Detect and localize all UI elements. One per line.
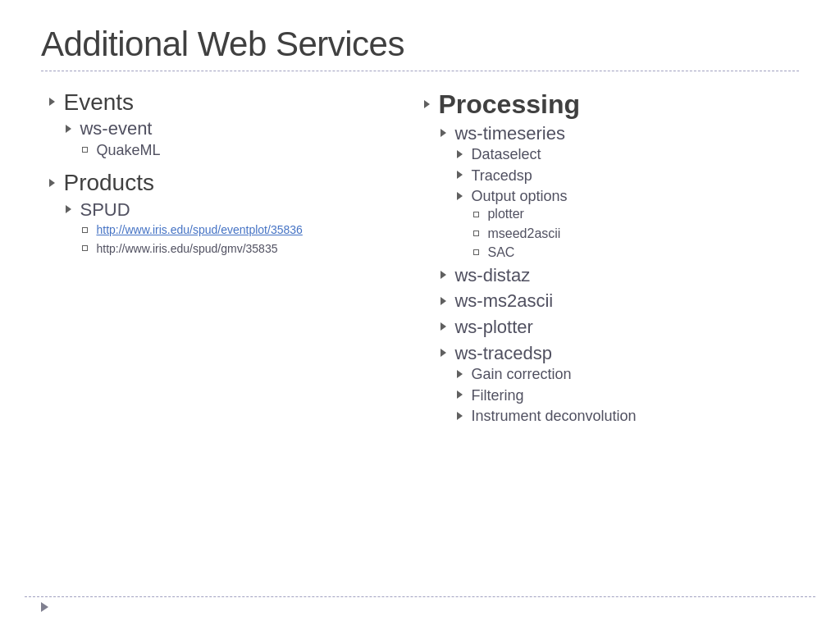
list-item: Instrument deconvolution xyxy=(457,407,799,426)
list-item: ws-tracedsp Gain correction Filtering xyxy=(441,342,799,427)
left-list: Events ws-event QuakeML xyxy=(49,88,424,258)
level2-list: ws-timeseries Dataselect Tracedsp xyxy=(424,122,799,427)
list-item: ws-timeseries Dataselect Tracedsp xyxy=(441,122,799,262)
item-label: QuakeML xyxy=(96,142,160,158)
arrow-icon xyxy=(441,349,446,357)
list-item: Products SPUD http://www.iris.edu/spud/e… xyxy=(49,168,424,258)
item-label: SPUD xyxy=(80,199,130,220)
arrow-icon xyxy=(424,100,430,108)
arrow-icon xyxy=(49,179,55,187)
level4-list: plotter mseed2ascii SAC xyxy=(457,206,799,261)
item-label: ws-timeseries xyxy=(454,123,564,144)
arrow-icon xyxy=(457,412,463,420)
item-label: ws-tracedsp xyxy=(454,343,552,363)
list-item: Output options plotter mseed xyxy=(457,187,799,262)
list-item: http://www.iris.edu/spud/gmv/35835 xyxy=(82,240,424,258)
list-item: Dataselect xyxy=(457,145,799,164)
level2-list: SPUD http://www.iris.edu/spud/eventplot/… xyxy=(49,199,424,258)
arrow-icon xyxy=(441,129,446,137)
square-icon xyxy=(82,227,88,233)
list-item: Tracedsp xyxy=(457,167,799,185)
arrow-icon xyxy=(441,271,446,279)
square-icon xyxy=(473,231,479,236)
list-item: SPUD http://www.iris.edu/spud/eventplot/… xyxy=(66,199,424,258)
arrow-icon xyxy=(457,171,463,179)
item-label: Output options xyxy=(471,188,567,204)
square-icon xyxy=(473,249,479,255)
list-item: ws-distaz xyxy=(441,264,799,288)
right-list: Processing ws-timeseries Dataselect xyxy=(424,88,799,426)
arrow-icon xyxy=(49,98,55,106)
item-label: ws-distaz xyxy=(454,265,530,285)
item-label: Products xyxy=(63,170,154,195)
arrow-icon xyxy=(457,150,463,158)
item-label: http://www.iris.edu/spud/gmv/35835 xyxy=(96,242,277,255)
list-item: Processing ws-timeseries Dataselect xyxy=(424,88,799,426)
processing-label: Processing xyxy=(438,89,580,119)
list-item: ws-ms2ascii xyxy=(441,290,799,313)
content-area: Events ws-event QuakeML xyxy=(41,88,799,431)
arrow-icon xyxy=(441,322,446,331)
item-label: mseed2ascii xyxy=(487,226,560,240)
arrow-icon xyxy=(66,125,71,133)
left-column: Events ws-event QuakeML xyxy=(49,88,424,431)
item-label: Tracedsp xyxy=(471,167,532,184)
item-label: SAC xyxy=(487,245,514,259)
title-divider xyxy=(41,71,799,71)
square-icon xyxy=(473,212,479,217)
arrow-icon xyxy=(457,370,463,378)
level3-list: http://www.iris.edu/spud/eventplot/35836… xyxy=(66,221,424,258)
arrow-icon xyxy=(441,297,446,305)
item-label: ws-plotter xyxy=(454,317,532,337)
level3-list: Gain correction Filtering Instrument dec… xyxy=(441,365,799,426)
list-item: QuakeML xyxy=(82,141,424,160)
level3-list: QuakeML xyxy=(66,141,424,160)
bottom-nav-arrow[interactable] xyxy=(41,602,48,612)
item-label: ws-event xyxy=(80,118,152,139)
arrow-icon xyxy=(457,390,463,399)
list-item: Gain correction xyxy=(457,365,799,384)
item-label: Instrument deconvolution xyxy=(471,408,636,424)
level3-list: Dataselect Tracedsp Output options xyxy=(441,145,799,262)
list-item: mseed2ascii xyxy=(473,226,799,243)
list-item: SAC xyxy=(473,244,799,262)
square-icon xyxy=(82,245,88,251)
bottom-divider xyxy=(25,596,815,597)
list-item: http://www.iris.edu/spud/eventplot/35836 xyxy=(82,221,424,239)
item-label: Filtering xyxy=(471,387,523,404)
arrow-icon xyxy=(66,205,71,213)
item-label: Gain correction xyxy=(471,366,571,382)
list-item: ws-event QuakeML xyxy=(66,117,424,160)
level2-list: ws-event QuakeML xyxy=(49,117,424,160)
right-column: Processing ws-timeseries Dataselect xyxy=(424,88,799,431)
arrow-icon xyxy=(457,192,463,200)
spud-link-1[interactable]: http://www.iris.edu/spud/eventplot/35836 xyxy=(96,223,302,236)
list-item: plotter xyxy=(473,206,799,223)
square-icon xyxy=(82,147,88,153)
slide-title: Additional Web Services xyxy=(41,25,799,64)
item-label: ws-ms2ascii xyxy=(454,290,553,311)
list-item: Events ws-event QuakeML xyxy=(49,88,424,160)
item-label: Dataselect xyxy=(471,146,541,162)
slide-container: Additional Web Services Events ws-event xyxy=(0,0,840,630)
item-label: Events xyxy=(63,89,134,115)
list-item: Filtering xyxy=(457,386,799,405)
list-item: ws-plotter xyxy=(441,316,799,340)
item-label: plotter xyxy=(487,208,523,221)
